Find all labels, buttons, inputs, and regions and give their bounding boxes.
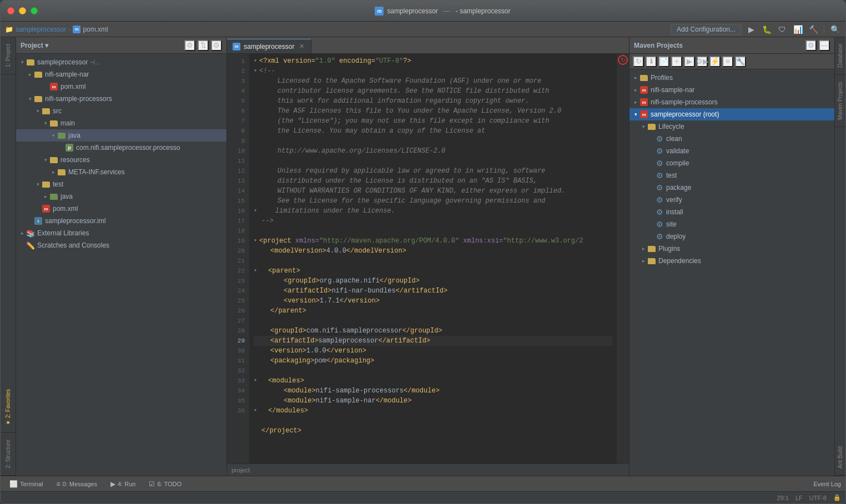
maven-refresh-btn[interactable]: ↻ — [633, 56, 644, 67]
tree-item-scratches[interactable]: ✏️ Scratches and Consoles — [16, 239, 226, 251]
tree-item-src[interactable]: src — [16, 105, 226, 117]
arrow-dependencies: ▸ — [639, 258, 647, 264]
icon-external: 📚 — [26, 229, 35, 238]
maven-item-site[interactable]: ⚙ site — [630, 218, 834, 230]
label-compile: compile — [666, 159, 689, 167]
tab-terminal[interactable]: ⬜ Terminal — [5, 479, 48, 489]
editor-breadcrumb-text: project — [231, 467, 250, 473]
build-button[interactable]: 🔨 — [807, 23, 819, 36]
breadcrumb-project[interactable]: sampleprocessor — [16, 26, 66, 33]
ln-19: 19 — [227, 236, 249, 246]
project-settings-btn[interactable]: ⚙ — [184, 40, 195, 51]
maven-item-verify[interactable]: ⚙ verify — [630, 194, 834, 206]
maven-item-plugins[interactable]: ▸ Plugins — [630, 243, 834, 255]
tree-item-nifi-nar[interactable]: nifi-sample-nar — [16, 68, 226, 80]
tree-item-sampleprocessor[interactable]: sampleprocessor ~/... — [16, 56, 226, 68]
maven-item-root[interactable]: ▾ m sampleprocessor (root) — [630, 108, 834, 120]
arrow-sampleprocessor — [18, 58, 26, 66]
tab-close-icon[interactable]: ✕ — [298, 43, 305, 51]
tab-database[interactable]: Database — [835, 37, 845, 75]
run-button[interactable]: ▶ — [745, 23, 757, 36]
tab-structure[interactable]: 2: Structure — [1, 433, 16, 476]
maven-item-nifi-nar[interactable]: ▸ m nifi-sample-nar — [630, 84, 834, 96]
code-line-15: See the License for the specific languag… — [254, 196, 612, 206]
tab-todo[interactable]: ☑ 6: TODO — [144, 479, 186, 489]
tree-item-java[interactable]: java — [16, 129, 226, 142]
icon-com-package: p — [65, 143, 74, 152]
add-config-button[interactable]: Add Configuration... — [671, 24, 742, 35]
maven-item-deploy[interactable]: ⚙ deploy — [630, 230, 834, 243]
icon-site: ⚙ — [655, 220, 664, 229]
maven-settings-btn[interactable]: ⚙ — [805, 40, 817, 51]
coverage-button[interactable]: 🛡 — [776, 23, 788, 36]
label-main: main — [61, 119, 75, 127]
tree-item-external[interactable]: 📚 External Libraries — [16, 227, 226, 239]
tab-ant-build[interactable]: Ant Build — [835, 440, 845, 476]
tree-item-com-package[interactable]: p com.nifi.sampleprocessor.processo — [16, 142, 226, 154]
tree-item-pom2[interactable]: m pom.xml — [16, 203, 226, 215]
icon-package: ⚙ — [655, 183, 664, 192]
maven-wrench-btn[interactable]: 🔧 — [735, 56, 746, 67]
tree-item-resources[interactable]: resources — [16, 154, 226, 166]
tree-item-metainf[interactable]: META-INF.services — [16, 166, 226, 178]
ln-30: 30 — [227, 346, 249, 356]
tree-item-iml[interactable]: I sampleprocessor.iml — [16, 215, 226, 227]
maximize-button[interactable] — [31, 7, 38, 14]
maven-collapse-btn[interactable]: — — [819, 40, 830, 51]
maven-item-lifecycle[interactable]: ▾ Lifecycle — [630, 120, 834, 133]
search-button[interactable]: 🔍 — [829, 23, 841, 36]
ln-35: 35 — [227, 396, 249, 406]
tab-project[interactable]: 1: Project — [1, 37, 16, 74]
project-gear-btn[interactable]: ⚙ — [211, 40, 222, 51]
maven-item-compile[interactable]: ⚙ compile — [630, 157, 834, 169]
maven-item-validate[interactable]: ⚙ validate — [630, 145, 834, 157]
event-log-link[interactable]: Event Log — [813, 481, 841, 487]
maven-run-configs-btn[interactable]: ⚙▶ — [697, 56, 708, 67]
maven-toggle-btn[interactable]: ⚡ — [709, 56, 721, 67]
ln-26: 26 — [227, 306, 249, 316]
ln-14: 14 — [227, 186, 249, 196]
close-button[interactable] — [7, 7, 14, 14]
arrow-com — [57, 144, 65, 152]
maven-download-btn[interactable]: ⬇ — [646, 56, 657, 67]
label-resources: resources — [61, 156, 90, 164]
arrow-java2 — [42, 193, 49, 200]
minimize-button[interactable] — [19, 7, 26, 14]
label-src: src — [53, 107, 62, 115]
icon-pom1: m — [49, 82, 58, 91]
maven-item-clean[interactable]: ⚙ clean — [630, 133, 834, 145]
tab-maven-projects[interactable]: Maven Projects — [835, 75, 845, 127]
bottom-right: Event Log — [813, 481, 841, 487]
ln-23: 23 — [227, 276, 249, 286]
label-nifi-processors: nifi-sample-processors — [45, 95, 112, 103]
ln-20: 20 — [227, 246, 249, 256]
tree-item-nifi-processors[interactable]: nifi-sample-processors — [16, 93, 226, 105]
maven-item-install[interactable]: ⚙ install — [630, 206, 834, 218]
maven-item-nifi-processors[interactable]: ▸ m nifi-sample-processors — [630, 96, 834, 108]
maven-add-btn[interactable]: + — [671, 56, 682, 67]
code-line-31: <packaging>pom</packaging> — [254, 356, 612, 366]
tree-item-test[interactable]: test — [16, 178, 226, 190]
maven-item-package[interactable]: ⚙ package — [630, 182, 834, 194]
maven-download-docs-btn[interactable]: 📄 — [658, 56, 669, 67]
code-line-10: http://www.apache.org/licenses/LICENSE-2… — [254, 146, 612, 156]
maven-item-profiles[interactable]: ▸ Profiles — [630, 72, 834, 84]
refresh-button[interactable]: ↻ — [618, 55, 628, 65]
ln-27: 27 — [227, 316, 249, 326]
tab-run[interactable]: ▶ 4: Run — [106, 479, 140, 489]
project-sort-btn[interactable]: ⇅ — [198, 40, 209, 51]
tree-item-main[interactable]: main — [16, 117, 226, 129]
maven-run-btn[interactable]: ▶ — [684, 56, 695, 67]
tree-item-pom1[interactable]: m pom.xml — [16, 80, 226, 93]
maven-item-dependencies[interactable]: ▸ Dependencies — [630, 255, 834, 267]
code-area[interactable]: ▾ <?xml version="1.0" encoding="UTF-8"?>… — [249, 54, 617, 463]
editor-tab-active[interactable]: m sampleprocessor ✕ — [227, 39, 311, 53]
icon-resources — [49, 155, 58, 164]
maven-profiles-btn[interactable]: ≡ — [722, 56, 733, 67]
profile-button[interactable]: 📊 — [792, 23, 804, 36]
debug-button[interactable]: 🐛 — [761, 23, 773, 36]
tab-messages[interactable]: ≡ 0: Messages — [52, 479, 102, 489]
tree-item-java2[interactable]: java — [16, 190, 226, 203]
maven-item-test[interactable]: ⚙ test — [630, 169, 834, 182]
tab-favorites[interactable]: ★ 2: Favorites — [1, 382, 16, 433]
